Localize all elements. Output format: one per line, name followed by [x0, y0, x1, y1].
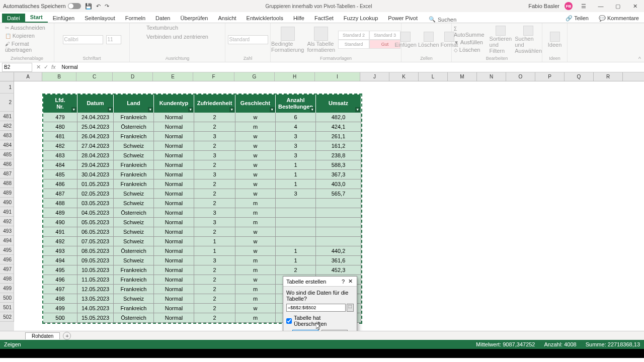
table-cell[interactable]: 487	[43, 189, 77, 199]
table-cell[interactable]: Schweiz	[114, 141, 154, 151]
copy-button[interactable]: 📋 Kopieren	[3, 32, 37, 39]
col-header-N[interactable]: N	[477, 72, 506, 81]
table-cell[interactable]: 483	[43, 151, 77, 160]
table-cell[interactable]: w	[235, 189, 276, 199]
table-cell[interactable]: Normal	[154, 275, 194, 285]
ideas-button[interactable]: Ideen	[548, 32, 562, 48]
wrap-text-button[interactable]: Textumbruch	[144, 24, 180, 31]
table-cell[interactable]: 30.04.2023	[77, 170, 114, 179]
table-cell[interactable]: m	[235, 313, 276, 323]
table-cell[interactable]: 488	[43, 199, 77, 208]
cut-button[interactable]: ✂ Ausschneiden	[3, 24, 47, 31]
table-cell[interactable]: 261,1	[316, 132, 361, 141]
table-cell[interactable]: m	[235, 218, 276, 227]
table-cell[interactable]: 2	[194, 122, 235, 132]
toggle-off-icon[interactable]	[68, 3, 81, 9]
table-row[interactable]: 49207.05.2023SchweizNormal1w	[43, 237, 361, 246]
table-cell[interactable]: 588,3	[316, 160, 361, 170]
table-cell[interactable]: 3	[194, 132, 235, 141]
table-cell[interactable]: 02.05.2023	[77, 189, 114, 199]
row-header[interactable]: 497	[0, 264, 14, 274]
table-cell[interactable]: 489	[43, 208, 77, 218]
table-cell[interactable]: 2	[194, 304, 235, 313]
table-cell[interactable]: Normal	[154, 151, 194, 160]
sheet-tab-rohdaten[interactable]: Rohdaten	[25, 332, 60, 339]
table-cell[interactable]: m	[235, 285, 276, 294]
table-row[interactable]: 49005.05.2023SchweizNormal3m	[43, 218, 361, 227]
table-row[interactable]: 47924.04.2023FrankreichNormal2w6482,0	[43, 113, 361, 122]
table-cell[interactable]: 1	[276, 246, 316, 256]
table-cell[interactable]: Frankreich	[114, 179, 154, 189]
table-header[interactable]: Lfd.Nr.▾	[43, 95, 77, 113]
table-cell[interactable]: w	[235, 246, 276, 256]
font-combo[interactable]	[63, 35, 103, 44]
table-cell[interactable]: 493	[43, 246, 77, 256]
share-button[interactable]: 🔗 Teilen	[562, 14, 592, 23]
tab-fuzzy[interactable]: Fuzzy Lookup	[339, 14, 383, 23]
row-header[interactable]: 501	[0, 303, 14, 312]
table-cell[interactable]: Schweiz	[114, 237, 154, 246]
table-cell[interactable]: 10.05.2023	[77, 265, 114, 275]
col-header-Q[interactable]: Q	[565, 72, 594, 81]
table-row[interactable]: 48803.05.2023SchweizNormal2m	[43, 199, 361, 208]
table-cell[interactable]: Normal	[154, 179, 194, 189]
table-cell[interactable]: 15.05.2023	[77, 313, 114, 323]
table-cell[interactable]: Schweiz	[114, 294, 154, 304]
table-row[interactable]: 48601.05.2023FrankreichNormal2w1403,0	[43, 179, 361, 189]
table-cell[interactable]: Frankreich	[114, 160, 154, 170]
table-cell[interactable]: 497	[43, 285, 77, 294]
table-cell[interactable]	[276, 218, 316, 227]
table-row[interactable]: 48530.04.2023FrankreichNormal3w1367,3	[43, 170, 361, 179]
row-header[interactable]: 487	[0, 169, 14, 178]
headers-checkbox-input[interactable]	[286, 318, 292, 324]
dialog-help-icon[interactable]: ?	[340, 279, 347, 285]
table-cell[interactable]: 24.04.2023	[77, 113, 114, 122]
table-cell[interactable]: 1	[276, 170, 316, 179]
table-cell[interactable]: 2	[194, 227, 235, 237]
row-header[interactable]: 486	[0, 159, 14, 169]
tab-view[interactable]: Ansicht	[213, 14, 241, 23]
row-header[interactable]: 493	[0, 226, 14, 236]
table-cell[interactable]	[316, 208, 361, 218]
table-row[interactable]: 49409.05.2023SchweizNormal3m1361,6	[43, 256, 361, 265]
table-cell[interactable]: 08.05.2023	[77, 246, 114, 256]
tab-developer[interactable]: Entwicklertools	[242, 14, 288, 23]
format-as-table-button[interactable]: Als Tabelle formatieren	[307, 27, 335, 53]
filter-dropdown-icon[interactable]: ▾	[148, 107, 153, 112]
table-cell[interactable]: Frankreich	[114, 265, 154, 275]
tab-insert[interactable]: Einfügen	[48, 14, 79, 23]
row-header[interactable]: 483	[0, 131, 14, 140]
table-cell[interactable]: 1	[276, 160, 316, 170]
table-cell[interactable]: w	[235, 227, 276, 237]
table-cell[interactable]: Schweiz	[114, 218, 154, 227]
range-picker-icon[interactable]: ⬚	[347, 304, 354, 312]
insert-cells-button[interactable]: Einfügen	[395, 32, 417, 48]
table-cell[interactable]: 492	[43, 237, 77, 246]
table-header[interactable]: Zufriedenheit▾	[194, 95, 235, 113]
table-cell[interactable]: Normal	[154, 218, 194, 227]
table-cell[interactable]: Österreich	[114, 313, 154, 323]
row-header[interactable]: 496	[0, 255, 14, 264]
table-cell[interactable]: 238,8	[316, 151, 361, 160]
table-cell[interactable]: 480	[43, 122, 77, 132]
col-header-E[interactable]: E	[153, 72, 193, 81]
table-cell[interactable]: Schweiz	[114, 227, 154, 237]
tab-start[interactable]: Start	[25, 13, 48, 23]
filter-dropdown-icon[interactable]: ▾	[310, 107, 315, 112]
table-cell[interactable]: 14.05.2023	[77, 304, 114, 313]
table-cell[interactable]: Normal	[154, 294, 194, 304]
table-cell[interactable]: 27.04.2023	[77, 141, 114, 151]
fx-icon[interactable]: fx	[51, 64, 56, 70]
tab-pagelayout[interactable]: Seitenlayout	[79, 14, 120, 23]
table-cell[interactable]: 01.05.2023	[77, 179, 114, 189]
table-cell[interactable]: w	[235, 113, 276, 122]
redo-icon[interactable]: ↷	[105, 3, 109, 10]
table-cell[interactable]: 452,3	[316, 265, 361, 275]
user-avatar[interactable]: FB	[565, 2, 573, 10]
row-header[interactable]: 482	[0, 121, 14, 131]
table-cell[interactable]: 2	[194, 160, 235, 170]
row-header[interactable]: 492	[0, 217, 14, 226]
table-cell[interactable]: m	[235, 208, 276, 218]
table-cell[interactable]: 440,2	[316, 246, 361, 256]
col-header-F[interactable]: F	[193, 72, 234, 81]
